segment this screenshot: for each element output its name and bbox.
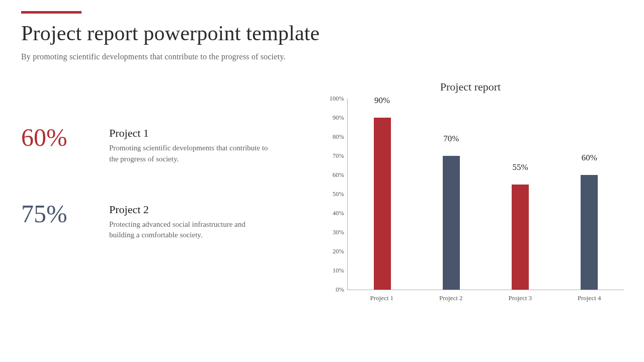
stat-row: 75% Project 2 Protecting advanced social… [21, 201, 293, 241]
accent-bar [21, 11, 82, 14]
chart-area: 0%10%20%30%40%50%60%70%80%90%100% 90%70%… [317, 99, 624, 305]
y-tick-label: 50% [333, 191, 344, 198]
bar-slot: 60% [555, 99, 624, 290]
bar-slot: 90% [348, 99, 417, 290]
stat-percent: 60% [21, 125, 109, 150]
x-tick-label: Project 1 [347, 294, 417, 302]
x-tick-label: Project 2 [417, 294, 486, 302]
stat-title: Project 2 [109, 203, 293, 216]
bars-container: 90%70%55%60% [348, 99, 624, 290]
bar [512, 185, 529, 290]
bar-slot: 70% [417, 99, 486, 290]
bar [443, 156, 460, 290]
slide: Project report powerpoint template By pr… [0, 0, 644, 362]
stat-title: Project 1 [109, 127, 293, 140]
x-axis-labels: Project 1Project 2Project 3Project 4 [347, 294, 624, 302]
stat-body: Project 2 Protecting advanced social inf… [109, 201, 293, 241]
y-tick-label: 40% [333, 210, 344, 217]
page-subtitle: By promoting scientific developments tha… [21, 52, 286, 61]
x-tick-label: Project 3 [486, 294, 555, 302]
chart: Project report 0%10%20%30%40%50%60%70%80… [317, 80, 624, 305]
bar [581, 175, 598, 290]
page-title: Project report powerpoint template [21, 21, 319, 45]
stat-row: 60% Project 1 Promoting scientific devel… [21, 125, 293, 165]
bar [374, 118, 391, 290]
y-axis: 0%10%20%30%40%50%60%70%80%90%100% [317, 99, 347, 290]
y-tick-label: 20% [333, 248, 344, 255]
chart-title: Project report [317, 80, 624, 94]
bar-value-label: 90% [374, 96, 390, 106]
stat-body: Project 1 Promoting scientific developme… [109, 125, 293, 165]
bar-value-label: 70% [443, 134, 459, 144]
stats-column: 60% Project 1 Promoting scientific devel… [21, 125, 293, 277]
stat-desc: Promoting scientific developments that c… [109, 143, 270, 165]
plot-area: 90%70%55%60% [347, 99, 624, 290]
stat-percent: 75% [21, 201, 109, 226]
y-tick-label: 70% [333, 152, 344, 160]
bar-value-label: 55% [513, 162, 528, 172]
y-tick-label: 100% [330, 95, 344, 103]
bar-value-label: 60% [582, 153, 597, 163]
y-tick-label: 80% [333, 133, 344, 141]
bar-slot: 55% [486, 99, 555, 290]
y-tick-label: 10% [333, 267, 344, 275]
y-tick-label: 30% [333, 229, 344, 236]
stat-desc: Protecting advanced social infrastructur… [109, 219, 270, 241]
x-tick-label: Project 4 [555, 294, 624, 302]
y-tick-label: 0% [336, 286, 344, 294]
y-tick-label: 60% [333, 171, 344, 179]
y-tick-label: 90% [333, 114, 344, 122]
